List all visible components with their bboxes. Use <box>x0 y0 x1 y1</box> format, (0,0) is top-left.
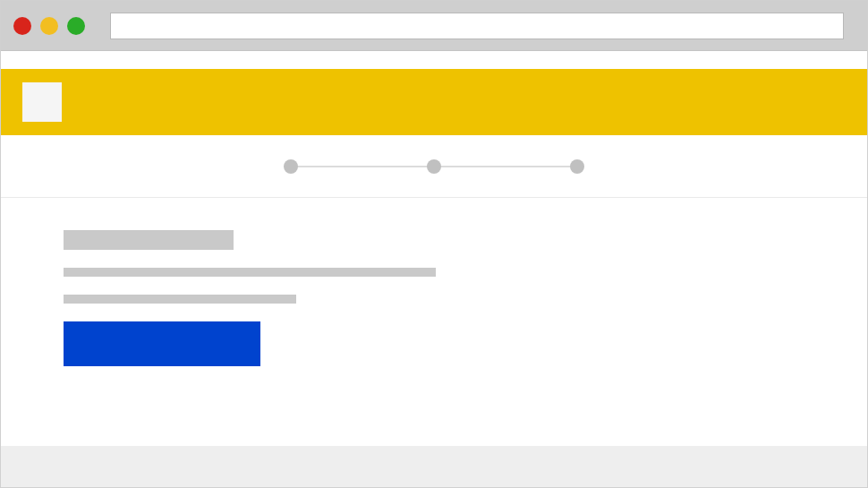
footer <box>1 446 867 487</box>
maximize-icon[interactable] <box>67 17 85 35</box>
step-2[interactable] <box>427 159 441 174</box>
progress-stepper <box>1 135 867 198</box>
body-text-line <box>64 268 436 277</box>
address-bar[interactable] <box>110 13 844 39</box>
traffic-lights <box>13 17 85 35</box>
body-text-line <box>64 295 296 304</box>
step-3[interactable] <box>570 159 584 174</box>
step-1[interactable] <box>284 159 298 174</box>
minimize-icon[interactable] <box>40 17 58 35</box>
logo[interactable] <box>22 82 62 122</box>
content-area <box>1 198 867 446</box>
app-header <box>1 69 867 135</box>
primary-button[interactable] <box>64 321 260 366</box>
titlebar <box>1 1 867 51</box>
stepper-track <box>291 166 577 167</box>
browser-window <box>0 0 868 488</box>
spacer <box>1 51 867 69</box>
close-icon[interactable] <box>13 17 31 35</box>
page <box>1 51 867 487</box>
page-title <box>64 230 234 250</box>
